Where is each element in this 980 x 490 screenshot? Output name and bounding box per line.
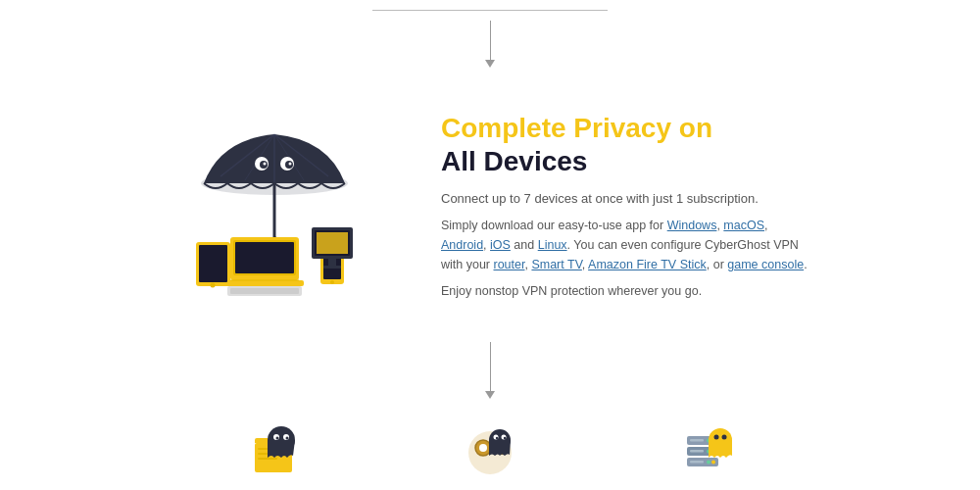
top-line-right xyxy=(490,10,608,11)
top-line-left xyxy=(372,10,490,11)
title-highlight: Complete Privacy on xyxy=(441,113,712,143)
link-macos[interactable]: macOS xyxy=(723,219,764,232)
svg-point-6 xyxy=(264,162,267,165)
title-rest: All Devices xyxy=(441,146,587,176)
hero-section: Complete Privacy on All Devices Connect … xyxy=(0,87,980,332)
svg-point-33 xyxy=(276,437,279,440)
link-windows[interactable]: Windows xyxy=(667,219,717,232)
svg-point-59 xyxy=(714,435,719,440)
svg-rect-14 xyxy=(199,245,227,282)
svg-rect-11 xyxy=(225,280,304,286)
middle-v-line xyxy=(490,342,491,391)
svg-point-53 xyxy=(711,461,715,465)
link-fire-tv[interactable]: Amazon Fire TV Stick xyxy=(588,258,707,271)
svg-point-45 xyxy=(504,437,506,439)
devices-illustration xyxy=(167,107,382,303)
top-connector xyxy=(0,10,980,11)
middle-arrow-down xyxy=(485,391,495,399)
link-game-console[interactable]: game console xyxy=(727,258,804,271)
svg-rect-10 xyxy=(235,242,294,273)
svg-rect-23 xyxy=(323,266,341,269)
middle-arrow xyxy=(0,342,980,399)
svg-rect-57 xyxy=(690,461,704,464)
features-section: No Logs Policy We never track, share, or… xyxy=(0,418,980,490)
link-smart-tv[interactable]: Smart TV xyxy=(531,258,581,271)
no-logs-icon xyxy=(240,418,309,487)
link-ios[interactable]: iOS xyxy=(490,238,511,252)
svg-point-37 xyxy=(479,444,487,452)
description-text: Simply download our easy-to-use app for … xyxy=(441,216,813,274)
svg-rect-22 xyxy=(328,259,336,266)
umbrella-devices-svg xyxy=(167,110,382,301)
svg-rect-29 xyxy=(258,458,277,460)
svg-rect-25 xyxy=(230,288,299,294)
subtitle-text: Connect up to 7 devices at once with jus… xyxy=(441,191,813,206)
servers-icon xyxy=(671,418,740,487)
encryption-icon xyxy=(456,418,524,487)
top-arrow xyxy=(0,21,980,68)
hero-content: Complete Privacy on All Devices Connect … xyxy=(441,112,813,298)
feature-servers: Large Server Fleet Access your favorite … xyxy=(598,418,813,490)
svg-rect-56 xyxy=(690,450,704,453)
section-title: Complete Privacy on All Devices xyxy=(441,112,813,177)
svg-rect-55 xyxy=(690,439,704,442)
svg-point-7 xyxy=(289,162,292,165)
middle-arrow-container xyxy=(485,342,495,399)
top-v-line xyxy=(490,21,491,60)
svg-rect-21 xyxy=(317,232,348,254)
top-arrow-container xyxy=(485,21,495,68)
link-router[interactable]: router xyxy=(494,258,525,271)
feature-no-logs: No Logs Policy We never track, share, or… xyxy=(167,418,382,490)
svg-point-34 xyxy=(286,437,289,440)
svg-point-15 xyxy=(211,282,216,287)
link-linux[interactable]: Linux xyxy=(538,238,567,252)
svg-point-54 xyxy=(707,461,710,465)
link-android[interactable]: Android xyxy=(441,238,483,252)
tagline-text: Enjoy nonstop VPN protection wherever yo… xyxy=(441,284,813,298)
feature-encryption: Strong Encryption Hide your location and… xyxy=(382,418,598,490)
top-arrow-down xyxy=(485,60,495,68)
svg-point-60 xyxy=(722,435,727,440)
svg-point-44 xyxy=(496,437,498,439)
svg-point-18 xyxy=(330,280,334,284)
